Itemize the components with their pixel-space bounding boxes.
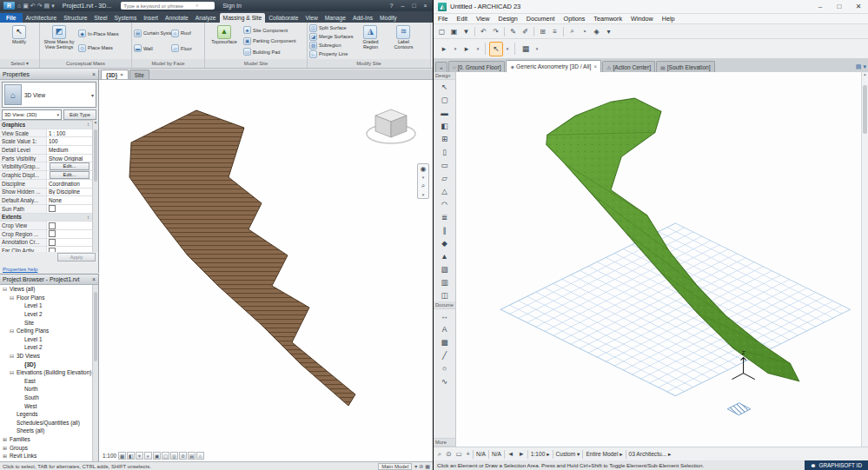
tree-item[interactable]: ⊟ Elevations (Building Elevation) — [0, 368, 92, 377]
property-value[interactable]: 100 — [47, 138, 92, 144]
toolbar-more-icon[interactable]: ▾ — [603, 26, 614, 37]
open-icon[interactable]: ▣ — [448, 26, 460, 37]
zoom-out-icon[interactable]: ⊙ — [444, 449, 453, 460]
redo-icon[interactable]: ↷ — [490, 26, 501, 37]
tree-expand-icon[interactable]: ⊟ — [9, 369, 15, 375]
column-tool-icon[interactable]: ▯ — [434, 145, 455, 158]
tree-expand-icon[interactable]: ⊟ — [9, 353, 15, 359]
site-component-button[interactable]: ♣ Site Component — [243, 26, 295, 35]
crop-view-icon[interactable]: ▣ — [153, 452, 161, 460]
door-tool-icon[interactable]: ◧ — [434, 119, 455, 132]
property-value[interactable] — [47, 230, 92, 237]
ribbon-tab[interactable]: Collaborate — [265, 13, 301, 23]
toolbar-icon[interactable] — [504, 27, 505, 36]
help-icon[interactable]: ? — [388, 3, 395, 9]
browser-scrollbar[interactable] — [92, 285, 98, 461]
tab-generic-axonometry[interactable]: ◈ Generic Axonometry [3D / All] × — [506, 60, 601, 72]
new-icon[interactable]: ▢ — [436, 26, 447, 37]
zoom-preset-control[interactable]: Custom ▾ — [554, 449, 582, 460]
view-tab[interactable]: Site — [129, 70, 149, 79]
panel-label-select[interactable]: Select ▾ — [0, 59, 39, 68]
tree-item[interactable]: ⊞ Revit Links — [0, 452, 92, 460]
toolbox-section-design[interactable]: Design — [434, 72, 455, 80]
dimension-tool-icon[interactable]: ↔ — [434, 309, 455, 322]
text-tool-icon[interactable]: A — [434, 322, 455, 335]
status-control[interactable] — [504, 450, 505, 459]
tree-expand-icon[interactable]: ⊞ — [2, 453, 8, 459]
save-icon[interactable]: ▼ — [461, 26, 472, 37]
tree-item[interactable]: ⊟ Ceiling Plans — [0, 327, 92, 335]
status-control[interactable] — [527, 450, 528, 459]
ribbon-tab[interactable]: Manage — [321, 13, 349, 23]
find-select-icon[interactable]: ⌕ — [567, 26, 578, 37]
beam-tool-icon[interactable]: ▭ — [434, 158, 455, 171]
circle-tool-icon[interactable]: ○ — [434, 361, 455, 374]
morph-tool-icon[interactable]: ◆ — [434, 236, 455, 249]
window-tool-icon[interactable]: ⊞ — [434, 132, 455, 145]
pan-icon[interactable]: + — [465, 449, 472, 460]
customize-qat-icon[interactable]: ▾ — [51, 3, 55, 10]
arrow-tool-icon[interactable]: ↖ — [434, 80, 455, 93]
mesh-tool-icon[interactable]: ▲ — [434, 249, 455, 262]
building-pad-button[interactable]: ▭ Building Pad — [243, 48, 295, 56]
sign-in-button[interactable]: Sign In — [222, 3, 242, 9]
close-icon[interactable]: × — [92, 71, 96, 77]
parking-component-button[interactable]: ▣ Parking Component — [243, 36, 295, 45]
railing-tool-icon[interactable]: ∥ — [434, 223, 455, 236]
tree-expand-icon[interactable]: ⊟ — [9, 295, 15, 301]
property-value[interactable] — [47, 222, 92, 229]
tree-item[interactable]: {3D} — [0, 360, 92, 368]
sun-path-icon[interactable]: ☀ — [136, 452, 143, 460]
ribbon-tab[interactable]: Annotate — [162, 13, 192, 23]
wall-button[interactable]: ▬ Wall — [134, 44, 170, 53]
3d-view-icon[interactable]: ◈ — [591, 26, 602, 37]
home-icon[interactable]: ⌂ — [17, 3, 21, 10]
ribbon-tab[interactable]: File — [0, 13, 23, 23]
ribbon-tab[interactable]: Modify — [376, 13, 401, 23]
chevron-down-icon[interactable]: ▾ — [422, 192, 425, 197]
property-row[interactable]: Annotation Cr... — [0, 239, 92, 248]
print-icon[interactable]: ▤ — [44, 3, 50, 10]
toolbar-icon[interactable] — [563, 27, 564, 36]
inject-parameters-icon[interactable]: ✐ — [520, 26, 531, 37]
structure-display-control[interactable]: Entire Model ▸ — [584, 449, 624, 460]
orbit-icon[interactable]: ◔ — [579, 26, 590, 37]
slab-tool-icon[interactable]: ▱ — [434, 171, 455, 184]
stair-tool-icon[interactable]: ≣ — [434, 210, 455, 223]
property-value[interactable] — [47, 239, 92, 246]
apply-button[interactable]: Apply — [57, 253, 96, 261]
toposurface-button[interactable]: ▲ Toposurface — [207, 23, 242, 58]
analytical-model-icon[interactable]: ⌂ — [196, 452, 204, 460]
tree-item[interactable]: ⊟ Views (all) — [0, 285, 92, 294]
property-row[interactable]: Crop View — [0, 222, 92, 230]
tab-south-elevation[interactable]: ▤ [South Elevation] — [656, 61, 715, 72]
show-mass-button[interactable]: ◩ Show Mass by View Settings — [42, 23, 76, 58]
merge-surfaces-button[interactable]: ◪ Merge Surfaces — [309, 32, 353, 41]
chevron-down-icon[interactable]: ▾ — [91, 92, 94, 98]
arrow-tool-icon[interactable]: ↖ — [489, 42, 503, 56]
property-value[interactable]: Show Original — [47, 156, 92, 162]
pick-up-parameters-icon[interactable]: ✎ — [507, 26, 519, 37]
line-tool-icon[interactable]: ╱ — [434, 348, 455, 361]
tab-nav-icon[interactable]: « — [435, 62, 447, 72]
view-combo[interactable]: 3D View: {3D} ▾ — [2, 109, 62, 120]
close-icon[interactable]: × — [120, 72, 123, 77]
layer-combination-control[interactable]: 03 Architectu... ▸ — [627, 449, 673, 460]
properties-help-link[interactable]: Properties help — [3, 267, 37, 272]
menu-item[interactable]: Window — [626, 15, 658, 23]
undo-icon[interactable]: ↶ — [30, 3, 36, 10]
ribbon-tab[interactable]: Insert — [140, 13, 162, 23]
properties-scrollbar[interactable]: ▲ — [92, 120, 98, 252]
tree-item[interactable]: Level 2 — [0, 310, 92, 319]
close-icon[interactable]: ✕ — [849, 0, 868, 14]
menu-item[interactable]: Edit — [453, 15, 472, 23]
tree-item[interactable]: East — [0, 377, 92, 386]
menu-item[interactable]: Document — [522, 15, 560, 23]
redo-icon[interactable]: ↷ — [37, 3, 43, 10]
ribbon-tab[interactable]: Steel — [90, 13, 110, 23]
property-row[interactable]: Discipline Coordination — [0, 180, 92, 189]
tree-item[interactable]: ⊞ Families — [0, 435, 92, 444]
fill-tool-icon[interactable]: ▩ — [434, 335, 455, 348]
revit-toposurface[interactable] — [129, 110, 355, 406]
status-control[interactable] — [553, 450, 553, 459]
